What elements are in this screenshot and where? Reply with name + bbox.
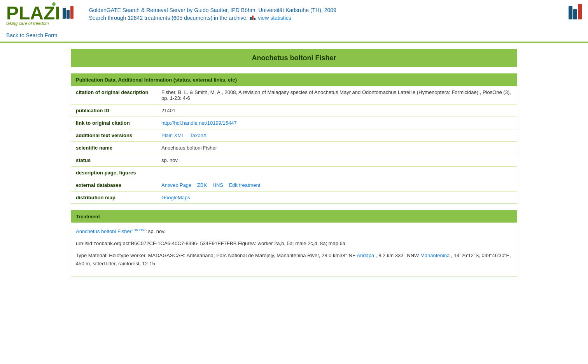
logo-plazi-text: PLA <box>6 4 44 23</box>
stats-chart-icon <box>250 16 256 20</box>
table-row: citation of original description Fisher,… <box>71 86 517 104</box>
googlemaps-link[interactable]: GoogleMaps <box>161 195 190 200</box>
treatment-status: sp. nov. <box>147 228 165 234</box>
dist-map-cell: GoogleMaps <box>157 192 517 204</box>
publication-table-container: Publication Data, Additional Information… <box>71 73 517 204</box>
chart-bar-1 <box>250 17 252 20</box>
treatment-species-link[interactable]: Anochetus boltoni Fisher <box>76 228 131 234</box>
logo-tagline: taking care of freedom <box>6 21 49 26</box>
treatment-name-line: Anochetus boltoni FisherZBK HNS sp. nov. <box>76 227 512 236</box>
orig-citation-cell: http://hdl.handle.net/10199/15447 <box>157 117 517 129</box>
chart-bar-2 <box>252 16 254 20</box>
book-2 <box>66 10 70 19</box>
zbk-link[interactable]: ZBK <box>197 182 207 188</box>
treatment-type-prefix: Type Material: Holotype worker, MADAGASC… <box>76 253 356 258</box>
deco-book-1 <box>569 6 572 19</box>
main-content: Anochetus boltoni Fisher Publication Dat… <box>65 43 523 283</box>
sci-name-label: scientific name <box>71 142 157 154</box>
book-3 <box>70 6 74 19</box>
chart-bar-3 <box>254 18 256 20</box>
desc-page-value <box>157 167 517 179</box>
table-row: link to original citation http://hdl.han… <box>71 117 517 129</box>
orig-citation-label: link to original citation <box>71 117 157 129</box>
table-row: publication ID 21401 <box>71 104 517 117</box>
server-title: GoldenGATE Search & Retrieval Server by … <box>89 7 336 13</box>
page-title: Anochetus boltoni Fisher <box>71 49 517 67</box>
taxonx-link[interactable]: TaxonX <box>190 132 206 138</box>
back-to-search-link[interactable]: Back to Search Form <box>6 32 58 38</box>
edit-treatment-link[interactable]: Edit treatment <box>229 182 260 188</box>
treatment-urn-line: urn:lsid:zoobank.org:act:B6C072CF-1CA6-4… <box>76 240 512 248</box>
pub-id-label: publication ID <box>71 104 157 117</box>
treatment-content: Anochetus boltoni FisherZBK HNS sp. nov.… <box>71 223 517 277</box>
table-row: scientific name Anochetus boltoni Fisher <box>71 142 517 154</box>
header-books-decoration <box>569 4 582 19</box>
publication-table: citation of original description Fisher,… <box>71 86 517 204</box>
desc-page-label: description page, figures <box>71 167 157 179</box>
logo-i: I <box>55 4 60 23</box>
logo-books <box>63 6 74 19</box>
hns-link[interactable]: HNS <box>213 182 223 188</box>
andapa-link[interactable]: Andapa <box>357 253 374 258</box>
orig-citation-link[interactable]: http://hdl.handle.net/10199/15447 <box>161 120 237 126</box>
status-value: sp. nov. <box>157 154 517 167</box>
pub-table-header: Publication Data, Additional Information… <box>71 74 517 86</box>
manantenina-link[interactable]: Manantenina <box>420 253 450 258</box>
deco-book-2 <box>573 9 577 19</box>
treatment-header: Treatment <box>71 211 517 223</box>
deco-book-3 <box>578 4 582 19</box>
table-row: distribution map GoogleMaps <box>71 192 517 204</box>
top-nav: Back to Search Form <box>0 29 588 43</box>
table-row: external databases Antweb Page ZBK HNS E… <box>71 179 517 192</box>
citation-label: citation of original description <box>71 86 157 104</box>
treatment-type-material: Type Material: Holotype worker, MADAGASC… <box>76 252 512 268</box>
logo-z-wrapper: Z <box>44 4 55 23</box>
header: PLA Z I taking care of freedom GoldenGAT… <box>0 0 588 29</box>
text-versions-cell: Plain XML TaxonX <box>157 129 517 142</box>
pub-id-value: 21401 <box>157 104 517 117</box>
treatment-superscripts: ZBK HNS <box>131 228 147 232</box>
dist-map-label: distribution map <box>71 192 157 204</box>
ext-db-cell: Antweb Page ZBK HNS Edit treatment <box>157 179 517 192</box>
treatment-section: Treatment Anochetus boltoni FisherZBK HN… <box>71 210 517 277</box>
table-row: description page, figures <box>71 167 517 179</box>
table-row: status sp. nov. <box>71 154 517 167</box>
book-1 <box>63 8 66 19</box>
sci-name-value: Anochetus boltoni Fisher <box>157 142 517 154</box>
citation-value: Fisher, B. L. & Smith, M. A., 2008, A re… <box>157 86 517 104</box>
status-label: status <box>71 154 157 167</box>
header-info: GoldenGATE Search & Retrieval Server by … <box>89 4 336 21</box>
logo-area: PLA Z I taking care of freedom <box>6 4 74 26</box>
plain-xml-link[interactable]: Plain XML <box>161 132 184 138</box>
table-row: additional text versions Plain XML Taxon… <box>71 129 517 142</box>
search-info-text: Search through 12842 treatments (605 doc… <box>89 15 248 21</box>
logo-text: PLA Z I <box>6 4 74 23</box>
text-versions-label: additional text versions <box>71 129 157 142</box>
view-stats-link[interactable]: view statistics <box>258 15 291 21</box>
antweb-link[interactable]: Antweb Page <box>161 182 191 188</box>
ext-db-label: external databases <box>71 179 157 192</box>
treatment-nnw-text: , 8.2 km 333° NNW <box>376 253 419 258</box>
search-info-line: Search through 12842 treatments (605 doc… <box>89 15 336 21</box>
